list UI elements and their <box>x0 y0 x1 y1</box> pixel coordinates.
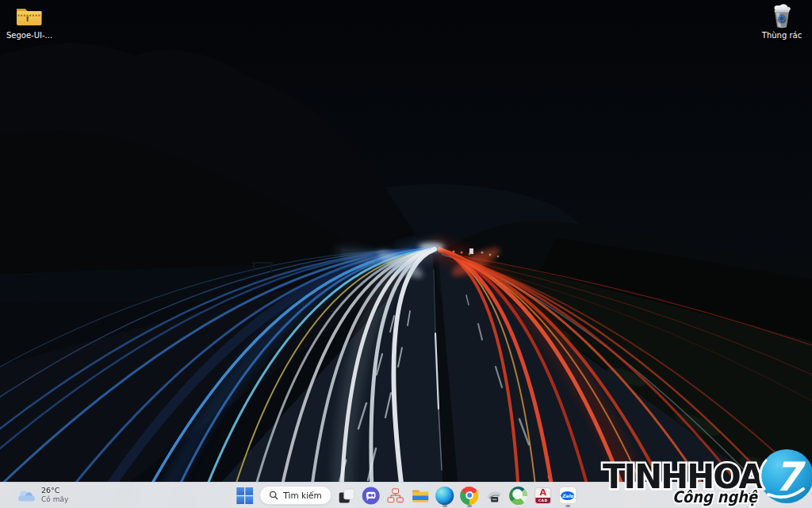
tray-date[interactable]: 4/11/2 <box>737 493 758 500</box>
autocad-label: CAD <box>535 498 550 503</box>
coccoc-icon <box>509 487 527 505</box>
chrome-icon <box>460 487 478 505</box>
task-view-icon <box>338 487 354 504</box>
desktop-icon-label: Thùng rác <box>762 31 802 40</box>
windows-logo-icon <box>236 487 253 504</box>
wallpaper-night-highway <box>0 0 812 508</box>
weather-temperature: 26°C <box>41 487 68 495</box>
weather-widget[interactable]: 26°C Có mây <box>16 483 68 508</box>
autocad-button[interactable]: A CAD <box>534 486 553 505</box>
cloud-icon <box>16 488 36 503</box>
start-button[interactable] <box>235 486 254 505</box>
desktop-icon-recycle-bin[interactable]: ♻ Thùng rác <box>756 3 808 40</box>
task-view-button[interactable] <box>337 486 356 505</box>
chat-icon <box>362 487 380 505</box>
search-icon <box>269 491 278 500</box>
zip-folder-icon <box>14 4 44 29</box>
autocad-letter: A <box>535 488 550 498</box>
taskbar-center: Tìm kiếm <box>235 483 577 508</box>
svg-text:♻: ♻ <box>778 13 787 25</box>
running-indicator <box>565 505 570 507</box>
3d-modeling-app-button[interactable] <box>485 486 504 505</box>
search-label: Tìm kiếm <box>283 491 322 500</box>
taskbar: 26°C Có mây Tìm kiếm <box>0 482 812 508</box>
network-places-app-button[interactable] <box>386 486 405 505</box>
edge-icon <box>435 487 454 505</box>
microsoft-edge-button[interactable] <box>435 486 454 505</box>
autocad-icon: A CAD <box>534 487 551 504</box>
recycle-bin-icon: ♻ <box>771 3 793 29</box>
desktop-icon-zip-folder[interactable]: Segoe-UI-... <box>3 4 56 40</box>
zalo-button[interactable]: Zalo <box>558 486 577 505</box>
weather-condition: Có mây <box>41 495 68 503</box>
zalo-icon: Zalo <box>559 487 576 504</box>
coccoc-browser-button[interactable] <box>509 486 528 505</box>
google-chrome-button[interactable] <box>460 486 479 505</box>
file-explorer-button[interactable] <box>411 486 430 505</box>
file-explorer-icon <box>411 486 430 505</box>
desktop-icon-label: Segoe-UI-... <box>6 31 52 40</box>
search-box[interactable]: Tìm kiếm <box>259 486 331 505</box>
running-indicator <box>442 505 447 507</box>
running-indicator <box>467 505 472 507</box>
tray-hidden-icons-chevron[interactable]: ^ <box>680 489 687 498</box>
zalo-label: Zalo <box>561 491 574 500</box>
chat-button[interactable] <box>362 486 381 505</box>
3d-app-swoosh-icon <box>485 486 504 505</box>
network-nodes-icon <box>386 487 404 505</box>
